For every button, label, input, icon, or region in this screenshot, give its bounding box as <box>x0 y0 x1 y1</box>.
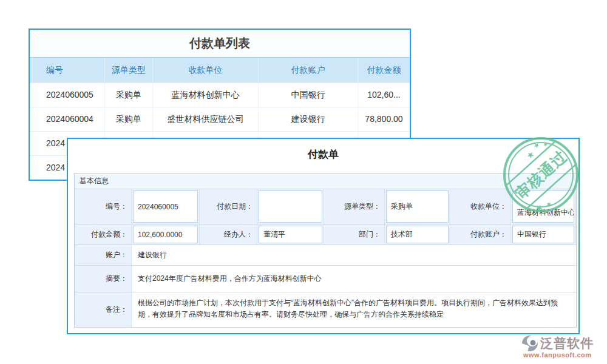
field-label-source-type: 源单类型： <box>324 189 385 224</box>
table-cell: 78,800.00 <box>358 107 410 131</box>
field-pay-amount: 102,600.0000 <box>132 224 200 245</box>
table-cell: 2024060005 <box>30 83 105 107</box>
source-type-input[interactable]: 采购单 <box>386 190 449 223</box>
list-column-header: 编号 <box>30 58 105 83</box>
handler-input[interactable]: 董清平 <box>259 226 322 243</box>
field-label-number: 编号： <box>75 189 132 224</box>
field-label-department: 部门： <box>324 224 385 245</box>
table-cell: 盛世材料供应链公司 <box>153 107 259 131</box>
field-pay-date <box>257 189 324 224</box>
field-label-remark: 备注： <box>75 292 132 327</box>
table-cell: 中国银行 <box>259 83 358 107</box>
field-label-pay-date: 付款日期： <box>200 189 257 224</box>
table-cell: 建设银行 <box>259 107 358 131</box>
number-input[interactable]: 2024060005 <box>133 190 198 223</box>
stamp-text: 审核通过 <box>512 147 570 202</box>
field-department: 技术部 <box>385 224 450 245</box>
account-value[interactable]: 建设银行 <box>132 245 576 266</box>
list-column-header: 源单类型 <box>105 58 153 83</box>
fanpu-logo-icon <box>521 334 539 352</box>
remark-value[interactable]: 根据公司的市场推广计划，本次付款用于支付与“蓝海材料创新中心”合作的广告材料项目… <box>132 292 576 327</box>
pay-account-input[interactable]: 中国银行 <box>512 226 574 243</box>
table-cell: 蓝海材料创新中心 <box>153 83 259 107</box>
svg-text:★: ★ <box>544 200 553 209</box>
pay-date-input[interactable] <box>259 190 322 223</box>
field-pay-account: 中国银行 <box>511 224 576 245</box>
approval-stamp: 审核通过 ★ ★ ★ ★ ★ ★ <box>501 135 580 214</box>
department-input[interactable]: 技术部 <box>386 226 449 243</box>
field-source-type: 采购单 <box>385 189 450 224</box>
brand-url: www.fanpusoft.com <box>521 351 594 359</box>
field-label-pay-account: 付款账户： <box>450 224 511 245</box>
field-handler: 董清平 <box>257 224 324 245</box>
table-cell: 采购单 <box>105 83 153 107</box>
field-number: 2024060005 <box>132 189 200 224</box>
screen: 付款单列表 编号源单类型收款单位付款账户付款金额 2024060005采购单蓝海… <box>0 0 607 364</box>
pay-amount-input[interactable]: 102,600.0000 <box>133 226 198 243</box>
table-cell: 2024060004 <box>30 107 105 131</box>
svg-text:★: ★ <box>532 141 541 150</box>
field-label-pay-amount: 付款金额： <box>75 224 132 245</box>
field-label-account: 账户： <box>75 245 132 266</box>
table-row[interactable]: 2024060004采购单盛世材料供应链公司建设银行78,800.00 <box>30 107 410 131</box>
summary-value[interactable]: 支付2024年度广告材料费用，合作方为蓝海材料创新中心 <box>132 266 576 292</box>
table-cell: 102,60... <box>358 83 410 107</box>
list-column-header: 付款账户 <box>259 58 358 83</box>
field-label-summary: 摘要： <box>75 266 132 292</box>
list-title: 付款单列表 <box>30 30 410 57</box>
brand-name: 泛普软件 <box>540 335 594 352</box>
brand-footer: 泛普软件 www.fanpusoft.com <box>521 334 594 359</box>
list-header-row: 编号源单类型收款单位付款账户付款金额 <box>30 57 410 83</box>
field-label-handler: 经办人： <box>200 224 257 245</box>
table-cell: 采购单 <box>105 107 153 131</box>
list-column-header: 付款金额 <box>358 58 410 83</box>
list-column-header: 收款单位 <box>153 58 259 83</box>
table-row[interactable]: 2024060005采购单蓝海材料创新中心中国银行102,60... <box>30 83 410 107</box>
